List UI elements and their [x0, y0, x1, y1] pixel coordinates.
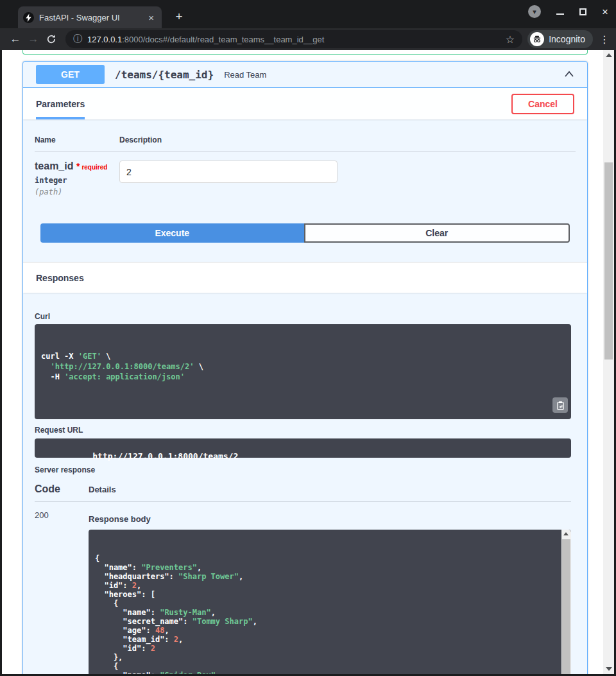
maximize-button[interactable]: [579, 8, 586, 15]
response-scrollbar-thumb[interactable]: [562, 539, 570, 674]
forward-button[interactable]: →: [24, 30, 42, 48]
window-menu-chevron-icon[interactable]: ▾: [528, 5, 541, 18]
incognito-label: Incognito: [549, 34, 585, 44]
server-response-label: Server response: [35, 465, 571, 474]
fastapi-favicon-icon: [23, 12, 34, 23]
site-info-icon[interactable]: ⓘ: [73, 33, 82, 45]
swagger-page: GET /teams/{team_id} Read Team Parameter…: [2, 50, 614, 674]
request-url-label: Request URL: [35, 426, 571, 435]
team-id-input[interactable]: [119, 160, 338, 183]
scroll-up-arrow-icon[interactable]: [563, 532, 569, 535]
bookmark-star-icon[interactable]: ☆: [506, 33, 515, 46]
response-row: 200 Response body { "name": "Preventers"…: [35, 502, 571, 674]
execute-row: Execute Clear: [40, 223, 570, 243]
minimize-button[interactable]: [556, 13, 564, 15]
operation-path: /teams/{team_id}: [115, 69, 214, 81]
responses-section-header: Responses: [23, 262, 587, 293]
server-response-table: Code Details 200 Response body { "name":…: [35, 483, 571, 674]
previous-operation-block-partial: [22, 50, 588, 55]
curl-command: curl -X 'GET' \ 'http://127.0.0.1:8000/t…: [41, 351, 565, 382]
curl-label: Curl: [35, 312, 571, 321]
column-header-code: Code: [35, 483, 89, 495]
tab-parameters-label: Parameters: [36, 99, 85, 109]
operation-summary[interactable]: GET /teams/{team_id} Read Team: [23, 62, 587, 88]
parameters-table: Name Description team_id *required integ…: [23, 119, 587, 223]
tab-close-icon[interactable]: ×: [146, 12, 157, 24]
response-body-json: { "name": "Preventers", "headquarters": …: [95, 554, 554, 674]
request-url-value: http://127.0.0.1:8000/teams/2: [92, 451, 238, 461]
execute-button[interactable]: Execute: [40, 223, 304, 243]
method-badge: GET: [36, 65, 105, 84]
parameter-name: team_id *required: [35, 160, 119, 172]
column-header-details: Details: [89, 485, 571, 494]
incognito-badge: Incognito: [527, 30, 593, 48]
back-button[interactable]: ←: [6, 30, 24, 48]
parameters-tab-header: Parameters Cancel: [23, 88, 587, 119]
response-body-label: Response body: [89, 514, 571, 524]
parameter-type: integer: [35, 176, 119, 185]
column-header-description: Description: [119, 135, 576, 144]
page-scrollbar[interactable]: [603, 50, 614, 674]
cancel-button[interactable]: Cancel: [511, 94, 574, 114]
operation-summary-text: Read Team: [224, 70, 266, 80]
responses-heading: Responses: [36, 273, 84, 283]
browser-toolbar: ← → ⓘ 127.0.0.1:8000/docs#/default/read_…: [0, 28, 616, 50]
curl-command-block: curl -X 'GET' \ 'http://127.0.0.1:8000/t…: [35, 324, 571, 419]
new-tab-button[interactable]: +: [171, 9, 187, 24]
request-url-block: http://127.0.0.1:8000/teams/2: [35, 438, 571, 458]
response-body-scrollbar[interactable]: [561, 530, 571, 674]
browser-menu-icon[interactable]: ⋮: [599, 33, 610, 46]
incognito-icon: [530, 32, 544, 46]
page-scroll-down-icon[interactable]: [606, 667, 612, 671]
responses-body: Curl curl -X 'GET' \ 'http://127.0.0.1:8…: [23, 293, 587, 674]
page-scroll-up-icon[interactable]: [606, 53, 612, 57]
parameter-location: (path): [35, 187, 119, 196]
response-body-block: { "name": "Preventers", "headquarters": …: [89, 530, 571, 674]
required-label: required: [81, 164, 107, 171]
copy-to-clipboard-button[interactable]: [552, 397, 568, 413]
page-scrollbar-thumb[interactable]: [604, 162, 613, 360]
browser-titlebar: FastAPI - Swagger UI × + ▾ ×: [0, 0, 616, 28]
url-host: 127.0.0.1: [87, 35, 122, 44]
close-window-button[interactable]: ×: [602, 6, 608, 17]
status-code: 200: [35, 510, 89, 674]
clear-button[interactable]: Clear: [304, 223, 570, 243]
collapse-chevron-icon[interactable]: [564, 69, 574, 80]
address-bar[interactable]: ⓘ 127.0.0.1:8000/docs#/default/read_team…: [65, 30, 522, 48]
url-path: :8000/docs#/default/read_team_teams__tea…: [122, 35, 324, 44]
get-operation-block: GET /teams/{team_id} Read Team Parameter…: [22, 61, 588, 674]
column-header-name: Name: [35, 135, 119, 144]
parameter-row: team_id *required integer (path): [35, 152, 576, 223]
url-text: 127.0.0.1:8000/docs#/default/read_team_t…: [87, 35, 501, 44]
tab-title: FastAPI - Swagger UI: [39, 13, 141, 22]
browser-tab[interactable]: FastAPI - Swagger UI ×: [18, 6, 162, 28]
reload-button[interactable]: [42, 30, 60, 48]
tab-parameters[interactable]: Parameters: [36, 88, 85, 119]
required-asterisk: *: [76, 161, 80, 171]
